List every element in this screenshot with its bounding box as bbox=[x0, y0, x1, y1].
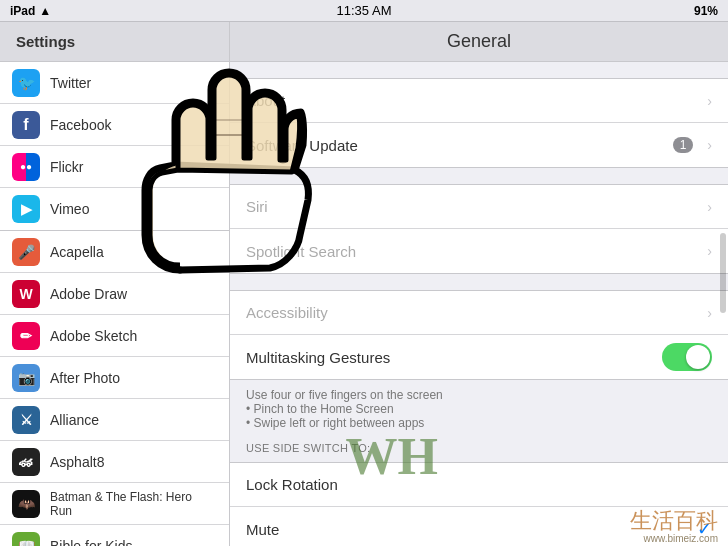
siri-label: Siri bbox=[246, 198, 699, 215]
sidebar-label-adobe-draw: Adobe Draw bbox=[50, 286, 127, 302]
content-header: General bbox=[230, 22, 728, 62]
sidebar-item-twitter[interactable]: 🐦 Twitter bbox=[0, 62, 229, 104]
sidebar-label-alliance: Alliance bbox=[50, 412, 99, 428]
main-layout: Settings 🐦 Twitter f Facebook ●● Flickr … bbox=[0, 22, 728, 546]
sidebar-item-alliance[interactable]: ⚔ Alliance bbox=[0, 399, 229, 441]
spotlight-label: Spotlight Search bbox=[246, 243, 699, 260]
multitasking-note: Use four or five fingers on the screen •… bbox=[230, 380, 728, 434]
sidebar-item-asphalt8[interactable]: 🏎 Asphalt8 bbox=[0, 441, 229, 483]
wifi-icon: ▲ bbox=[39, 4, 51, 18]
mute-label: Mute bbox=[246, 521, 689, 538]
settings-group-side-switch-inner: Lock Rotation Mute ✓ bbox=[230, 462, 728, 546]
sidebar-label-batman: Batman & The Flash: Hero Run bbox=[50, 490, 217, 518]
spotlight-chevron: › bbox=[707, 243, 712, 259]
software-update-label: Software Update bbox=[246, 137, 673, 154]
vimeo-icon: ▶ bbox=[12, 195, 40, 223]
sidebar-item-adobe-sketch[interactable]: ✏ Adobe Sketch bbox=[0, 315, 229, 357]
sidebar-label-twitter: Twitter bbox=[50, 75, 91, 91]
settings-group-1-inner: About › Software Update 1 › bbox=[230, 78, 728, 168]
scroll-indicator[interactable] bbox=[720, 233, 726, 313]
settings-row-accessibility[interactable]: Accessibility › bbox=[230, 291, 728, 335]
sidebar-label-asphalt8: Asphalt8 bbox=[50, 454, 104, 470]
sidebar-item-facebook[interactable]: f Facebook bbox=[0, 104, 229, 146]
sidebar-apps: 🎤 Acapella W Adobe Draw ✏ Adobe Sketch 📷… bbox=[0, 231, 229, 546]
settings-group-side-switch: Lock Rotation Mute ✓ Rotation Lock is av… bbox=[230, 462, 728, 546]
flickr-icon: ●● bbox=[12, 153, 40, 181]
settings-row-software-update[interactable]: Software Update 1 › bbox=[230, 123, 728, 167]
sidebar-label-bible: Bible for Kids bbox=[50, 538, 132, 547]
content-panel: General About › Software Update 1 › Siri bbox=[230, 22, 728, 546]
multitasking-label: Multitasking Gestures bbox=[246, 349, 654, 366]
sidebar-header: Settings bbox=[0, 22, 229, 62]
settings-row-siri[interactable]: Siri › bbox=[230, 185, 728, 229]
settings-row-lock-rotation[interactable]: Lock Rotation bbox=[230, 463, 728, 507]
settings-group-3-inner: Accessibility › Multitasking Gestures bbox=[230, 290, 728, 380]
sidebar-label-flickr: Flickr bbox=[50, 159, 83, 175]
after-photo-icon: 📷 bbox=[12, 364, 40, 392]
mute-checkmark: ✓ bbox=[697, 518, 712, 540]
sidebar-item-bible[interactable]: 📖 Bible for Kids bbox=[0, 525, 229, 546]
sidebar-label-vimeo: Vimeo bbox=[50, 201, 89, 217]
multitasking-toggle[interactable] bbox=[662, 343, 712, 371]
software-update-chevron: › bbox=[707, 137, 712, 153]
sidebar-item-adobe-draw[interactable]: W Adobe Draw bbox=[0, 273, 229, 315]
sidebar-item-batman[interactable]: 🦇 Batman & The Flash: Hero Run bbox=[0, 483, 229, 525]
sidebar-title: Settings bbox=[16, 33, 75, 50]
sidebar-item-flickr[interactable]: ●● Flickr bbox=[0, 146, 229, 188]
status-left: iPad ▲ bbox=[10, 4, 51, 18]
adobe-sketch-icon: ✏ bbox=[12, 322, 40, 350]
sidebar-label-facebook: Facebook bbox=[50, 117, 111, 133]
use-side-switch-label: USE SIDE SWITCH TO: bbox=[230, 434, 728, 458]
acapella-icon: 🎤 bbox=[12, 238, 40, 266]
settings-row-spotlight[interactable]: Spotlight Search › bbox=[230, 229, 728, 273]
siri-chevron: › bbox=[707, 199, 712, 215]
sidebar-item-vimeo[interactable]: ▶ Vimeo bbox=[0, 188, 229, 230]
adobe-draw-icon: W bbox=[12, 280, 40, 308]
status-bar: iPad ▲ 11:35 AM 91% bbox=[0, 0, 728, 22]
lock-rotation-label: Lock Rotation bbox=[246, 476, 712, 493]
sidebar-item-after-photo[interactable]: 📷 After Photo bbox=[0, 357, 229, 399]
alliance-icon: ⚔ bbox=[12, 406, 40, 434]
sidebar-top-apps: 🐦 Twitter f Facebook ●● Flickr ▶ Vimeo bbox=[0, 62, 229, 231]
sidebar-label-adobe-sketch: Adobe Sketch bbox=[50, 328, 137, 344]
batman-icon: 🦇 bbox=[12, 490, 40, 518]
status-right: 91% bbox=[694, 4, 718, 18]
twitter-icon: 🐦 bbox=[12, 69, 40, 97]
settings-group-2: Siri › Spotlight Search › bbox=[230, 184, 728, 274]
settings-row-multitasking[interactable]: Multitasking Gestures bbox=[230, 335, 728, 379]
bible-icon: 📖 bbox=[12, 532, 40, 547]
carrier-label: iPad bbox=[10, 4, 35, 18]
sidebar-item-acapella[interactable]: 🎤 Acapella bbox=[0, 231, 229, 273]
settings-group-3: Accessibility › Multitasking Gestures Us… bbox=[230, 290, 728, 434]
about-label: About bbox=[246, 92, 699, 109]
sidebar-label-acapella: Acapella bbox=[50, 244, 104, 260]
settings-group-2-inner: Siri › Spotlight Search › bbox=[230, 184, 728, 274]
asphalt8-icon: 🏎 bbox=[12, 448, 40, 476]
settings-group-1: About › Software Update 1 › bbox=[230, 78, 728, 168]
facebook-icon: f bbox=[12, 111, 40, 139]
accessibility-label: Accessibility bbox=[246, 304, 699, 321]
content-title: General bbox=[447, 31, 511, 52]
battery-label: 91% bbox=[694, 4, 718, 18]
sidebar-label-after-photo: After Photo bbox=[50, 370, 120, 386]
about-chevron: › bbox=[707, 93, 712, 109]
sidebar: Settings 🐦 Twitter f Facebook ●● Flickr … bbox=[0, 22, 230, 546]
accessibility-chevron: › bbox=[707, 305, 712, 321]
software-update-badge: 1 bbox=[673, 137, 694, 153]
settings-row-mute[interactable]: Mute ✓ bbox=[230, 507, 728, 546]
status-time: 11:35 AM bbox=[337, 3, 392, 18]
settings-row-about[interactable]: About › bbox=[230, 79, 728, 123]
